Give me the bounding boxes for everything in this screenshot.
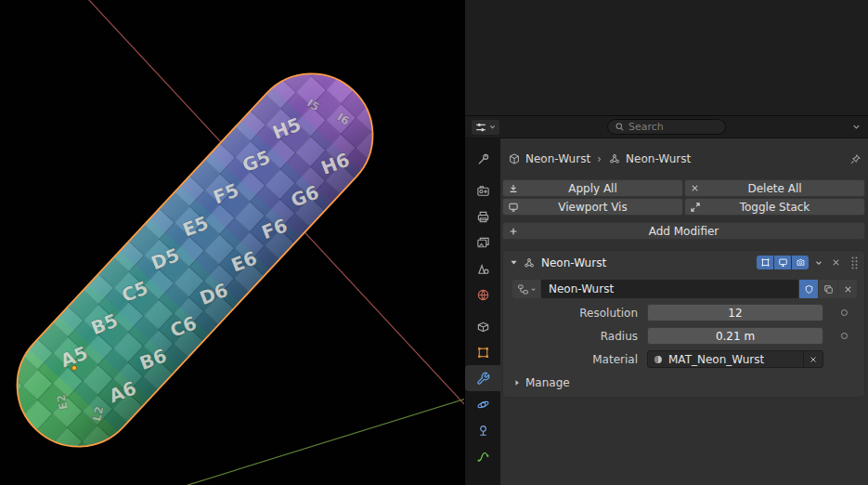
viewport-display-toggle[interactable] <box>774 256 791 269</box>
properties-editor-icon <box>474 121 487 134</box>
modifier-name[interactable]: Neon-Wurst <box>541 256 606 269</box>
animate-dot[interactable] <box>841 309 848 316</box>
geometry-nodes-icon <box>608 152 621 165</box>
unlink-node-group-button[interactable] <box>838 280 857 298</box>
properties-body: Neon-Wurst Neon-Wurst <box>465 138 868 485</box>
material-label: Material <box>512 353 647 366</box>
expand-arrows-icon <box>690 202 701 213</box>
geometry-nodes-icon <box>523 256 536 269</box>
properties-tab-constraints[interactable] <box>465 417 500 443</box>
panel-expand-chevron-icon[interactable] <box>509 257 519 268</box>
modifier-panel-header[interactable]: Neon-Wurst <box>503 251 864 274</box>
properties-tab-tool[interactable] <box>465 146 500 172</box>
drag-handle[interactable] <box>850 256 859 270</box>
properties-tab-world[interactable] <box>465 282 500 308</box>
properties-editor: Neon-Wurst Neon-Wurst <box>465 116 868 485</box>
node-group-name-field[interactable] <box>541 280 798 298</box>
radius-label: Radius <box>512 330 647 343</box>
viewport-vis-label: Viewport Vis <box>558 201 627 214</box>
manage-subpanel-header[interactable]: Manage <box>512 376 864 389</box>
material-name: MAT_Neon_Wurst <box>668 353 764 366</box>
browse-node-group-button[interactable] <box>512 280 540 298</box>
modifier-panel: Neon-Wurst <box>502 250 865 398</box>
radius-row: Radius 0.21 m <box>503 327 864 345</box>
monitor-icon <box>778 257 788 268</box>
copy-icon <box>823 284 834 295</box>
chevron-right-icon <box>595 155 603 164</box>
properties-tab-physics[interactable] <box>465 391 500 417</box>
object-icon <box>508 152 521 165</box>
breadcrumb: Neon-Wurst Neon-Wurst <box>508 148 862 170</box>
properties-main-region: Neon-Wurst Neon-Wurst <box>500 138 868 485</box>
radius-dot-area <box>823 333 864 339</box>
y-axis-line <box>182 399 464 485</box>
3d-viewport[interactable]: A5 B5 C5 D5 E5 F5 G5 H5 A6 B6 C6 D6 E6 F… <box>0 0 464 485</box>
selected-object-neon-wurst[interactable]: A5 B5 C5 D5 E5 F5 G5 H5 A6 B6 C6 D6 E6 F… <box>0 48 398 472</box>
blender-window: A5 B5 C5 D5 E5 F5 G5 H5 A6 B6 C6 D6 E6 F… <box>0 0 868 485</box>
plus-icon <box>508 226 519 237</box>
properties-tab-object-data[interactable] <box>465 443 500 469</box>
properties-tab-modifiers[interactable] <box>465 365 500 391</box>
x-icon <box>831 257 841 268</box>
properties-tab-view-layer[interactable] <box>465 229 500 256</box>
chevron-down-icon <box>530 286 537 293</box>
header-menu-chevron[interactable] <box>851 122 862 132</box>
right-editor-column: Neon-Wurst Neon-Wurst <box>464 0 868 485</box>
x-icon <box>843 284 853 295</box>
properties-tab-render[interactable] <box>465 177 500 203</box>
editor-type-selector[interactable] <box>472 120 499 135</box>
search-input[interactable] <box>628 121 719 133</box>
shield-icon <box>804 284 814 295</box>
render-display-toggle[interactable] <box>792 256 809 269</box>
breadcrumb-object-name[interactable]: Neon-Wurst <box>525 152 590 165</box>
breadcrumb-modifier-name[interactable]: Neon-Wurst <box>626 152 691 165</box>
modifier-extras-menu[interactable] <box>812 258 825 268</box>
resolution-value-slider[interactable]: 12 <box>647 304 823 321</box>
unlink-material-button[interactable] <box>803 351 823 367</box>
delete-all-button[interactable]: Delete All <box>684 179 865 197</box>
search-icon <box>615 122 625 132</box>
material-row: Material MAT_Neon_Wurst <box>503 350 864 368</box>
apply-all-button[interactable]: Apply All <box>502 179 683 197</box>
fake-user-toggle[interactable] <box>799 280 818 298</box>
modifier-display-toggles <box>757 256 809 269</box>
x-icon <box>809 355 818 364</box>
chevron-down-icon <box>851 122 862 132</box>
pin-icon[interactable] <box>849 153 862 165</box>
node-group-row <box>512 280 857 298</box>
empty-editor-area <box>465 0 868 116</box>
toggle-stack-label: Toggle Stack <box>740 201 810 214</box>
node-tree-icon <box>517 283 529 295</box>
chevron-down-icon <box>488 123 497 131</box>
animate-dot[interactable] <box>841 333 848 339</box>
properties-tab-object[interactable] <box>465 339 500 365</box>
chevron-down-icon <box>814 258 823 268</box>
remove-modifier-button[interactable] <box>829 257 843 268</box>
material-value-area[interactable]: MAT_Neon_Wurst <box>648 353 803 366</box>
add-modifier-label: Add Modifier <box>649 225 719 238</box>
apply-all-icon <box>508 183 519 194</box>
chevron-right-icon <box>512 378 522 387</box>
radius-value-slider[interactable]: 0.21 m <box>647 327 823 345</box>
resolution-value: 12 <box>728 307 742 320</box>
search-field[interactable] <box>607 119 726 135</box>
properties-tab-strip <box>465 138 500 485</box>
monitor-icon <box>508 202 519 213</box>
properties-tab-output[interactable] <box>465 203 500 229</box>
viewport-vis-button[interactable]: Viewport Vis <box>502 198 683 216</box>
resolution-row: Resolution 12 <box>503 304 864 321</box>
duplicate-node-group-button[interactable] <box>819 280 837 298</box>
drag-dots-icon <box>850 256 859 270</box>
manage-label: Manage <box>525 376 570 389</box>
x-icon <box>690 183 700 193</box>
radius-value: 0.21 m <box>716 330 755 343</box>
material-selector[interactable]: MAT_Neon_Wurst <box>647 350 823 368</box>
toggle-stack-button[interactable]: Toggle Stack <box>684 198 865 216</box>
resolution-label: Resolution <box>512 307 647 320</box>
properties-tab-collection[interactable] <box>465 313 500 339</box>
object-origin-dot <box>71 365 76 370</box>
add-modifier-button[interactable]: Add Modifier <box>502 222 865 240</box>
properties-tab-scene[interactable] <box>465 256 500 282</box>
material-icon <box>653 354 664 365</box>
edit-mode-toggle[interactable] <box>757 256 773 269</box>
